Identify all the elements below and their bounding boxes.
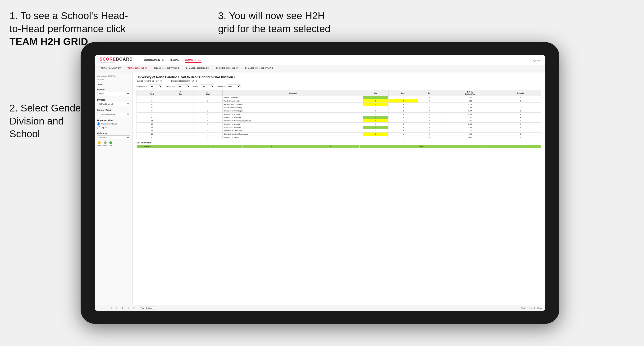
back-button[interactable]: ◁ xyxy=(110,307,113,310)
filter-opponents-label: Opponents: xyxy=(136,85,147,87)
table-row: 131 Texas Tech University 300 5.569 xyxy=(137,126,541,129)
school-select[interactable]: 1. University of Nort... xyxy=(97,112,130,116)
timestamp-label: Last Updated: 27/03/2024 xyxy=(97,75,130,77)
main-nav: TOURNAMENTS TEAMS COMMITTEE xyxy=(142,57,202,63)
records-row: Overall Record: 89 - 17 - 0 Division Rec… xyxy=(136,80,541,82)
radio-opponents-played[interactable]: Opponents Played xyxy=(97,122,130,125)
tab-team-h2h-grid[interactable]: TEAM H2H GRID xyxy=(126,65,148,72)
table-row: 123 University of Virginia 100 2.333 xyxy=(137,123,541,126)
col-tie: Tie xyxy=(418,90,440,96)
tab-player-summary[interactable]: PLAYER SUMMARY xyxy=(185,65,210,72)
share-button[interactable]: Share xyxy=(537,307,542,309)
legend-down-label: Down xyxy=(97,145,102,146)
nav-teams[interactable]: TEAMS xyxy=(170,57,179,63)
table-row: 32 Vanderbilt University 040 -2.298 xyxy=(137,99,541,103)
tab-player-h2h-grid[interactable]: PLAYER H2H GRID xyxy=(215,65,239,72)
annotation-bold-1: TEAM H2H GRID xyxy=(10,36,88,47)
comment-button[interactable]: 💬 xyxy=(530,307,532,309)
sign-out-link[interactable]: | Sign out xyxy=(530,59,540,61)
toolbar-actions: Watch ▾ 💬 ⊞ Share xyxy=(521,307,542,309)
legend-up-circle xyxy=(109,141,112,144)
nav-committee[interactable]: COMMITTEE xyxy=(185,57,202,63)
view-original-button[interactable]: View: Original xyxy=(139,306,154,310)
sidebar: Last Updated: 27/03/2024 16:55:38 Team G… xyxy=(95,72,133,305)
filter-opponent-select[interactable]: (All) xyxy=(226,84,241,88)
legend-level-label: Level xyxy=(103,145,107,146)
filter-region-select[interactable]: (All) xyxy=(200,84,214,88)
sidebar-division-section: Division NCAA Division I xyxy=(97,99,130,106)
tab-team-h2h-heatmap[interactable]: TEAM H2H HEATMAP xyxy=(153,65,180,72)
radio-input-top100[interactable] xyxy=(97,126,100,129)
nav-tournaments[interactable]: TOURNAMENTS xyxy=(142,57,164,63)
copy-button[interactable]: ⊕ xyxy=(121,307,124,310)
app-logo: SCOREBOARD Powered by clippi xyxy=(100,57,133,63)
grid-title: University of North Carolina Head-to-Hea… xyxy=(136,75,541,79)
filter-opponents-select[interactable]: (All) xyxy=(148,84,162,88)
tablet-screen: SCOREBOARD Powered by clippi TOURNAMENTS… xyxy=(95,55,545,311)
opponent-view-radios: Opponents Played Top 100 xyxy=(97,122,130,129)
gender-select[interactable]: Men's xyxy=(97,92,130,96)
school-label: School (Rank) xyxy=(97,109,130,111)
main-content: Last Updated: 27/03/2024 16:55:38 Team G… xyxy=(95,72,545,305)
gender-label: Gender xyxy=(97,89,130,91)
table-row: NCAA Division II 1 0 0 26.00 3 xyxy=(137,145,541,148)
filter-opponents: Opponents: (All) xyxy=(136,84,162,88)
forward-button[interactable]: ▷ xyxy=(115,307,118,310)
division-record: Division Record: 88 - 17 - 0 xyxy=(171,80,197,82)
tab-team-summary[interactable]: TEAM SUMMARY xyxy=(100,65,122,72)
table-row: 105 University of Alabama 300 2.618 xyxy=(137,116,541,119)
division-select[interactable]: NCAA Division I xyxy=(97,102,130,106)
out-of-division-table: NCAA Division II 1 0 0 26.00 3 xyxy=(136,145,541,148)
filter-opponent: Opponent (All) xyxy=(217,84,241,88)
annotation-3: 3. You will now see H2H grid for the tea… xyxy=(218,9,379,35)
division-label: Division xyxy=(97,99,130,101)
sidebar-team-section: Team xyxy=(97,83,130,86)
bottom-toolbar: ↩ ↪ ◁ ▷ ⊕ □ 🕐 View: Original Watch ▾ 💬 ⊞… xyxy=(95,305,545,311)
opponent-view-label: Opponent View xyxy=(97,119,130,121)
out-of-division-label: Out of division xyxy=(136,142,541,144)
table-row: 62 Florida State University 102 1.8312 xyxy=(137,106,541,109)
table-row: 163 University of Florida 110 -6.429 xyxy=(137,136,541,139)
tablet-device: SCOREBOARD Powered by clippi TOURNAMENTS… xyxy=(80,42,560,324)
filter-conference: Conference (All) xyxy=(165,84,190,88)
tab-player-h2h-heatmap[interactable]: PLAYER H2H HEATMAP xyxy=(244,65,274,72)
filter-conference-label: Conference xyxy=(165,85,175,87)
sidebar-timestamp: Last Updated: 27/03/2024 16:55:38 xyxy=(97,75,130,80)
logo-text: SCOREBOARD xyxy=(100,57,133,61)
watch-button[interactable]: Watch ▾ xyxy=(521,307,528,309)
overall-record: Overall Record: 89 - 17 - 0 xyxy=(136,80,162,82)
sidebar-gender-section: Gender Men's xyxy=(97,89,130,96)
col-rank: #Rank xyxy=(137,90,167,96)
col-loss: Loss xyxy=(388,90,418,96)
colour-label: Colour by xyxy=(97,132,130,134)
sidebar-colour-section: Colour by Win/loss Down Level xyxy=(97,132,130,146)
table-row: 116 University of Arkansas, Fayetteville… xyxy=(137,119,541,123)
filter-conference-select[interactable]: (All) xyxy=(176,84,190,88)
h2h-table: #Rank #Reg #Conf Opponent Win Loss Tie D… xyxy=(136,90,541,139)
sidebar-school-section: School (Rank) 1. University of Nort... xyxy=(97,109,130,116)
table-row: 142 University of Oklahoma 120 -1.009 xyxy=(137,129,541,133)
timestamp-time: 16:55:38 xyxy=(97,79,130,80)
sidebar-opponent-view-section: Opponent View Opponents Played Top 100 xyxy=(97,119,130,129)
col-opponent: Opponent xyxy=(222,90,363,96)
app-header: SCOREBOARD Powered by clippi TOURNAMENTS… xyxy=(95,55,545,65)
redo-button[interactable]: ↪ xyxy=(104,307,107,310)
legend-down: Down xyxy=(97,141,102,146)
grid-button[interactable]: ⊞ xyxy=(534,307,536,309)
sub-nav: TEAM SUMMARY TEAM H2H GRID TEAM H2H HEAT… xyxy=(95,65,545,72)
undo-button[interactable]: ↩ xyxy=(98,307,101,310)
col-win: Win xyxy=(363,90,388,96)
colour-select[interactable]: Win/loss xyxy=(97,135,130,139)
table-row: 154 Georgia Institute of Technology 010 … xyxy=(137,133,541,136)
paste-button[interactable]: □ xyxy=(127,307,130,310)
clock-button[interactable]: 🕐 xyxy=(132,307,136,310)
legend-down-circle xyxy=(98,141,101,144)
filter-region: Region (All) xyxy=(193,84,214,88)
colour-legend: Down Level Up xyxy=(97,141,130,146)
col-conf: #Conf xyxy=(193,90,222,96)
legend-level-circle xyxy=(104,141,107,144)
radio-top100[interactable]: Top 100 xyxy=(97,126,130,129)
col-rounds: Rounds xyxy=(500,90,541,96)
radio-input-opponents[interactable] xyxy=(97,122,100,125)
table-row: 93 University of Arizona 100 9.002 xyxy=(137,113,541,116)
